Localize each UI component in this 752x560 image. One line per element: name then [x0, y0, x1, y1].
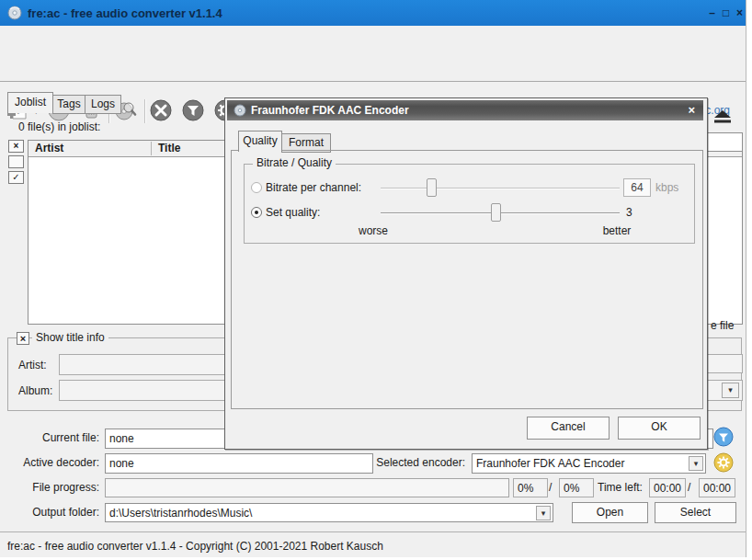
file-progress-label: File progress: — [7, 481, 99, 494]
toggle-selection-button[interactable]: ✓ — [8, 171, 24, 184]
column-title[interactable]: Title — [152, 141, 180, 156]
selected-encoder-label: Selected encoder: — [371, 456, 465, 469]
bitrate-value-field[interactable]: 64 — [623, 178, 651, 197]
menu-bar: File Database Options Processing Encode … — [0, 26, 746, 46]
current-file-label: Current file: — [7, 431, 99, 444]
file-time-box: 00:00 — [649, 478, 686, 497]
scale-worse-label: worse — [346, 224, 401, 237]
time-left-label: Time left: — [598, 481, 643, 494]
selected-encoder-combobox[interactable]: Fraunhofer FDK AAC Encoder ▾ — [472, 453, 706, 474]
encoder-dialog: Fraunhofer FDK AAC Encoder × Quality For… — [224, 97, 708, 450]
cancel-button[interactable]: Cancel — [527, 417, 610, 440]
show-title-info-label[interactable]: Show title info — [32, 332, 108, 344]
bitrate-quality-group-title: Bitrate / Quality — [253, 157, 336, 169]
selected-encoder-value: Fraunhofer FDK AAC Encoder — [473, 454, 628, 473]
close-icon[interactable]: × — [733, 6, 746, 20]
funnel-icon — [180, 113, 206, 126]
joblist-count: 0 file(s) in joblist: — [18, 120, 100, 133]
toolbar-separator — [144, 99, 146, 123]
dialog-logo-icon — [234, 104, 246, 120]
total-time-box: 00:00 — [699, 478, 735, 497]
percent-separator: / — [549, 481, 552, 494]
active-decoder-field: none — [105, 453, 373, 474]
tools-icon — [148, 113, 174, 126]
column-artist[interactable]: Artist — [28, 141, 63, 156]
tab-logs[interactable]: Logs — [85, 95, 121, 114]
processing-settings-button[interactable] — [713, 427, 734, 450]
window-title: fre:ac - free audio converter v1.1.4 — [28, 6, 222, 20]
active-decoder-label: Active decoder: — [7, 456, 99, 469]
general-settings-button[interactable] — [148, 97, 176, 124]
quality-slider-handle[interactable] — [491, 203, 501, 222]
bitrate-label[interactable]: Bitrate per channel: — [266, 181, 361, 194]
show-title-info-checkbox[interactable]: × — [17, 332, 29, 345]
tab-tags[interactable]: Tags — [52, 95, 85, 114]
bitrate-unit-label: kbps — [655, 181, 678, 194]
album-label: Album: — [18, 384, 52, 397]
signal-processing-button[interactable] — [180, 97, 208, 124]
quality-value: 3 — [626, 206, 632, 219]
dialog-title: Fraunhofer FDK AAC Encoder — [251, 104, 409, 117]
status-bar: fre:ac - free audio converter v1.1.4 - C… — [0, 531, 746, 557]
toolbar: ♪ ▾ ♪ ▾ www.frea — [0, 46, 746, 82]
title-bar: fre:ac - free audio converter v1.1.4 – □… — [0, 0, 746, 26]
open-button[interactable]: Open — [572, 502, 648, 523]
encode-single-file-label[interactable]: e file — [711, 319, 734, 332]
dialog-close-icon[interactable]: × — [688, 103, 695, 117]
artist-label: Artist: — [18, 359, 47, 371]
maximize-icon[interactable]: □ — [719, 6, 733, 20]
dialog-tab-quality[interactable]: Quality — [238, 131, 282, 152]
blue-funnel-icon — [713, 437, 734, 450]
file-percent-box: 0% — [513, 478, 548, 497]
file-progress-bar — [105, 478, 509, 497]
dialog-title-bar: Fraunhofer FDK AAC Encoder × — [227, 100, 703, 120]
quality-label[interactable]: Set quality: — [266, 206, 320, 219]
select-none-button[interactable] — [8, 155, 24, 168]
select-all-button[interactable]: × — [8, 140, 24, 153]
output-folder-value: d:\Users\tristanrhodes\Music\ — [106, 504, 256, 522]
total-percent-box: 0% — [559, 478, 594, 497]
eject-icon — [712, 114, 733, 127]
encoder-dropdown-icon[interactable]: ▾ — [689, 456, 703, 471]
bitrate-slider-handle[interactable] — [427, 178, 437, 197]
output-folder-combobox[interactable]: d:\Users\tristanrhodes\Music\ ▾ — [105, 503, 553, 522]
output-folder-label: Output folder: — [7, 506, 99, 519]
quality-radio[interactable] — [251, 207, 262, 218]
app-window: fre:ac - free audio converter v1.1.4 – □… — [0, 0, 746, 557]
eject-button[interactable] — [712, 109, 733, 127]
app-logo-icon — [7, 6, 22, 23]
select-button[interactable]: Select — [655, 502, 736, 523]
bitrate-radio[interactable] — [251, 182, 262, 193]
time-separator: / — [688, 481, 690, 494]
folder-dropdown-icon[interactable]: ▾ — [536, 506, 551, 520]
bitrate-slider-track[interactable] — [381, 188, 620, 189]
scale-better-label: better — [589, 224, 644, 237]
gold-gear-icon — [713, 463, 734, 475]
tab-joblist[interactable]: Joblist — [7, 92, 53, 113]
cd-search-icon — [113, 113, 139, 126]
minimize-icon[interactable]: – — [705, 6, 719, 20]
genre-dropdown-icon[interactable]: ▾ — [722, 383, 739, 398]
encoder-settings-button[interactable] — [713, 452, 734, 475]
status-text: fre:ac - free audio converter v1.1.4 - C… — [7, 540, 383, 553]
ok-button[interactable]: OK — [618, 417, 701, 440]
